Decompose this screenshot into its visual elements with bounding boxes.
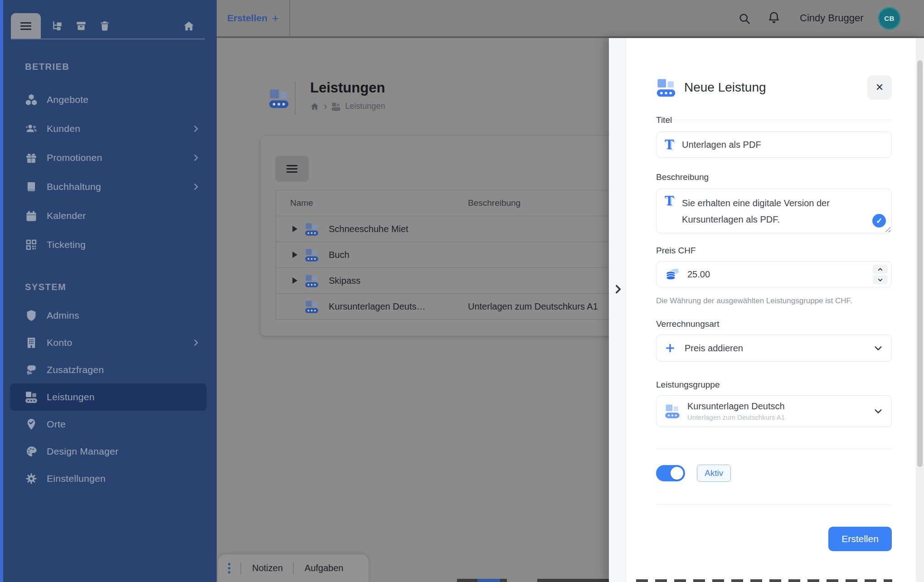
sidebar-item-label: Einstellungen	[47, 473, 106, 484]
create-tab[interactable]: Erstellen +	[217, 0, 290, 36]
home-icon[interactable]	[310, 102, 319, 111]
chevron-right-icon	[191, 153, 200, 162]
shield-icon	[25, 309, 38, 322]
notifications-bell-icon[interactable]	[767, 11, 781, 24]
tab-aufgaben[interactable]: Aufgaben	[305, 563, 344, 573]
name-cell: Kursunterlagen Deuts…	[276, 300, 468, 314]
drawer-divider	[656, 504, 892, 504]
increment-button[interactable]	[873, 265, 888, 274]
leistungsgruppe-value: Kursunterlagen Deutsch	[687, 401, 785, 412]
sidebar-item-buchhaltung[interactable]: Buchhaltung	[10, 172, 207, 201]
erstellen-button[interactable]: Erstellen	[828, 527, 892, 551]
sidebar-item-ticketing[interactable]: Ticketing	[10, 230, 207, 259]
text-type-icon: T	[665, 139, 674, 151]
avatar[interactable]: CB	[878, 7, 901, 30]
sidebar-item-label: Design Manager	[47, 446, 118, 457]
column-header-name[interactable]: Name	[276, 198, 468, 208]
expand-caret-icon[interactable]	[292, 277, 297, 284]
preis-value: 25.00	[687, 269, 710, 280]
tree-structure-icon[interactable]	[52, 20, 63, 32]
drawer-scrollbar-thumb[interactable]	[917, 60, 923, 467]
sidebar-nav-system: Admins Konto Zusatzfragen	[10, 302, 207, 492]
service-blocks-icon	[305, 274, 319, 288]
preis-input[interactable]: 25.00	[656, 261, 892, 287]
sidebar-item-kunden[interactable]: Kunden	[10, 114, 207, 143]
sidebar-accent-strip	[0, 0, 3, 582]
drawer-title: Neue Leistung	[684, 80, 766, 95]
sidebar-item-label: Kalender	[47, 210, 86, 221]
sidebar-collapse-button[interactable]	[11, 13, 41, 39]
drawer-content: Neue Leistung ✕ Titel T Unterlagen als P…	[656, 38, 892, 582]
service-blocks-icon	[305, 248, 319, 262]
page-title: Leistungen	[310, 80, 385, 96]
aktiv-toggle[interactable]	[656, 465, 685, 481]
preis-label: Preis CHF	[656, 246, 696, 256]
service-blocks-icon	[331, 102, 340, 111]
breadcrumb-current[interactable]: Leistungen	[345, 102, 385, 111]
sidebar-header	[11, 13, 205, 39]
resize-handle[interactable]	[885, 227, 890, 232]
verrechnungsart-value: Preis addieren	[685, 343, 743, 354]
table-menu-button[interactable]	[275, 156, 309, 182]
collapse-drawer-chevron-icon[interactable]	[612, 283, 624, 295]
coins-icon	[665, 267, 680, 282]
sidebar-item-promotionen[interactable]: Promotionen	[10, 143, 207, 172]
app-screen: BETRIEB Angebote Kunden	[0, 0, 924, 582]
sidebar-item-konto[interactable]: Konto	[10, 329, 207, 356]
sidebar-nav-betrieb: Angebote Kunden Promotionen	[10, 85, 207, 259]
close-icon: ✕	[875, 82, 884, 93]
sidebar-item-orte[interactable]: Orte	[10, 411, 207, 438]
currency-helper-text: Die Währung der ausgewählten Leistungsgr…	[656, 296, 852, 306]
sidebar-section-system: SYSTEM	[25, 282, 66, 292]
sidebar-item-label: Ticketing	[47, 239, 86, 250]
close-button[interactable]: ✕	[867, 75, 892, 100]
sidebar-item-angebote[interactable]: Angebote	[10, 85, 207, 114]
valid-check-icon: ✓	[871, 213, 887, 228]
archive-icon[interactable]	[75, 20, 87, 32]
sidebar-item-label: Kunden	[47, 123, 80, 134]
decrement-button[interactable]	[873, 275, 888, 284]
tab-notizen[interactable]: Notizen	[252, 563, 283, 573]
user-name[interactable]: Cindy Brugger	[800, 0, 864, 36]
sidebar-item-label: Zusatzfragen	[47, 364, 104, 375]
verrechnungsart-select[interactable]: Preis addieren	[656, 335, 892, 362]
home-icon[interactable]	[183, 20, 195, 32]
sidebar-item-leistungen[interactable]: Leistungen	[10, 383, 207, 411]
aktiv-toggle-row: Aktiv	[656, 464, 731, 482]
sidebar-item-design-manager[interactable]: Design Manager	[10, 438, 207, 465]
sidebar-item-admins[interactable]: Admins	[10, 302, 207, 329]
chevron-right-icon	[191, 124, 200, 133]
expand-caret-icon[interactable]	[292, 252, 297, 258]
service-blocks-icon	[25, 391, 38, 403]
breadcrumb: › Leistungen	[310, 102, 385, 111]
expand-caret-icon[interactable]	[292, 226, 297, 232]
name-cell: Skipass	[276, 274, 468, 288]
beschreibung-value: Sie erhalten eine digitale Version der K…	[682, 195, 845, 228]
sidebar: BETRIEB Angebote Kunden	[0, 0, 217, 582]
map-pin-icon	[25, 418, 38, 431]
create-tab-label: Erstellen	[227, 13, 267, 24]
kebab-menu-icon[interactable]	[228, 563, 230, 573]
sidebar-item-label: Promotionen	[47, 152, 102, 163]
leistungsgruppe-subtitle: Unterlagen zum Deutschkurs A1	[687, 413, 785, 421]
sidebar-item-label: Leistungen	[47, 392, 95, 403]
service-name: Skipass	[329, 276, 360, 286]
chevron-right-icon	[191, 338, 200, 347]
titel-input[interactable]: T Unterlagen als PDF	[656, 131, 892, 158]
sidebar-item-kalender[interactable]: Kalender	[10, 201, 207, 230]
leistungsgruppe-select[interactable]: Kursunterlagen Deutsch Unterlagen zum De…	[656, 395, 892, 427]
sidebar-item-zusatzfragen[interactable]: Zusatzfragen	[10, 356, 207, 383]
bottom-tabs-bar: Notizen Aufgaben	[218, 554, 369, 582]
gear-icon	[25, 472, 38, 485]
chevron-down-icon	[873, 343, 883, 353]
search-icon[interactable]	[738, 12, 751, 25]
cubes-icon	[25, 93, 38, 106]
sidebar-item-einstellungen[interactable]: Einstellungen	[10, 465, 207, 492]
qr-ticket-icon	[25, 238, 38, 251]
beschreibung-textarea[interactable]: T Sie erhalten eine digitale Version der…	[656, 189, 892, 233]
aktiv-badge: Aktiv	[697, 465, 731, 482]
users-icon	[25, 122, 38, 135]
service-blocks-icon	[665, 403, 680, 419]
name-cell: Buch	[276, 248, 468, 262]
trash-icon[interactable]	[99, 20, 111, 32]
